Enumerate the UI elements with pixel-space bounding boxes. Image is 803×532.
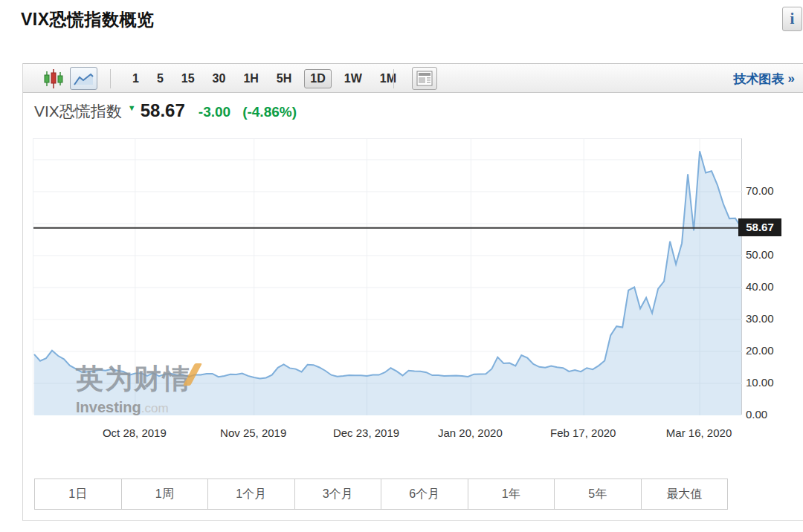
toolbar-divider (393, 69, 394, 88)
info-icon: i (790, 10, 795, 28)
line-chart-button[interactable] (70, 67, 97, 90)
x-axis-label-Feb 17, 2020: Feb 17, 2020 (538, 426, 628, 439)
info-button[interactable]: i (782, 7, 802, 31)
y-axis-label-70.00: 70.00 (746, 184, 798, 197)
instrument-name: VIX恐慌指数 (34, 101, 122, 122)
interval-button-1D[interactable]: 1D (304, 69, 331, 88)
period-button-6个月[interactable]: 6个月 (381, 479, 468, 509)
period-button-5年[interactable]: 5年 (555, 479, 642, 509)
y-axis-label-0.00: 0.00 (746, 408, 798, 421)
interval-button-30[interactable]: 30 (207, 70, 231, 88)
interval-button-1M[interactable]: 1M (375, 70, 402, 88)
x-axis-label-Jan 20, 2020: Jan 20, 2020 (425, 426, 515, 439)
period-button-1周[interactable]: 1周 (122, 479, 209, 509)
period-button-1个月[interactable]: 1个月 (208, 479, 295, 509)
x-axis-label-Oct 28, 2019: Oct 28, 2019 (90, 426, 179, 439)
x-axis-label-Nov 25, 2019: Nov 25, 2019 (209, 426, 298, 439)
candlestick-icon (44, 68, 63, 89)
interval-button-1H[interactable]: 1H (238, 70, 263, 88)
y-axis-label-30.00: 30.00 (746, 312, 798, 325)
news-panel-button[interactable] (412, 67, 437, 90)
news-panel-icon (416, 71, 433, 86)
period-button-最大值[interactable]: 最大值 (642, 479, 728, 509)
chevron-right-icon: » (788, 71, 795, 86)
down-arrow-icon: ▼ (128, 103, 136, 112)
period-button-1年[interactable]: 1年 (468, 479, 555, 509)
y-axis-label-20.00: 20.00 (746, 344, 798, 357)
price-change-percent: (-4.86%) (242, 104, 297, 120)
interval-button-15[interactable]: 15 (176, 70, 200, 88)
x-axis-label-Dec 23, 2019: Dec 23, 2019 (322, 426, 411, 439)
page-title: VIX恐慌指数概览 (21, 8, 155, 31)
current-price-badge: 58.67 (738, 218, 781, 236)
x-axis-label-Mar 16, 2020: Mar 16, 2020 (654, 426, 744, 439)
technical-chart-label: 技术图表 (734, 71, 784, 88)
period-button-3个月[interactable]: 3个月 (295, 479, 382, 509)
quote-header: VIX恐慌指数 ▼ 58.67 -3.00 (-4.86%) (34, 100, 297, 122)
y-axis-label-40.00: 40.00 (746, 280, 798, 293)
y-axis-label-50.00: 50.00 (746, 248, 798, 261)
area-chart (33, 139, 743, 415)
line-chart-icon (73, 71, 94, 86)
price-change: -3.00 (199, 104, 230, 120)
chart-toolbar: 1515301H5H1D1W1M 技术图表» (23, 63, 803, 93)
chart-widget: 1515301H5H1D1W1M 技术图表» VIX恐慌指数 ▼ 58.67 -… (22, 63, 803, 521)
toolbar-divider (110, 69, 111, 88)
chart-plot-area[interactable]: 英为财情 Investing.com (33, 138, 742, 415)
interval-button-1W[interactable]: 1W (339, 70, 367, 88)
interval-button-1[interactable]: 1 (127, 70, 144, 88)
period-button-1日[interactable]: 1日 (35, 479, 122, 509)
candlestick-chart-button[interactable] (44, 64, 63, 94)
technical-chart-link[interactable]: 技术图表» (734, 64, 795, 94)
y-axis-label-10.00: 10.00 (746, 376, 798, 389)
period-button-row: 1日1周1个月3个月6个月1年5年最大值 (34, 479, 728, 510)
interval-group: 1515301H5H1D1W1M (127, 64, 402, 94)
interval-button-5[interactable]: 5 (152, 70, 169, 88)
interval-button-5H[interactable]: 5H (271, 70, 297, 88)
last-price: 58.67 (141, 100, 185, 121)
